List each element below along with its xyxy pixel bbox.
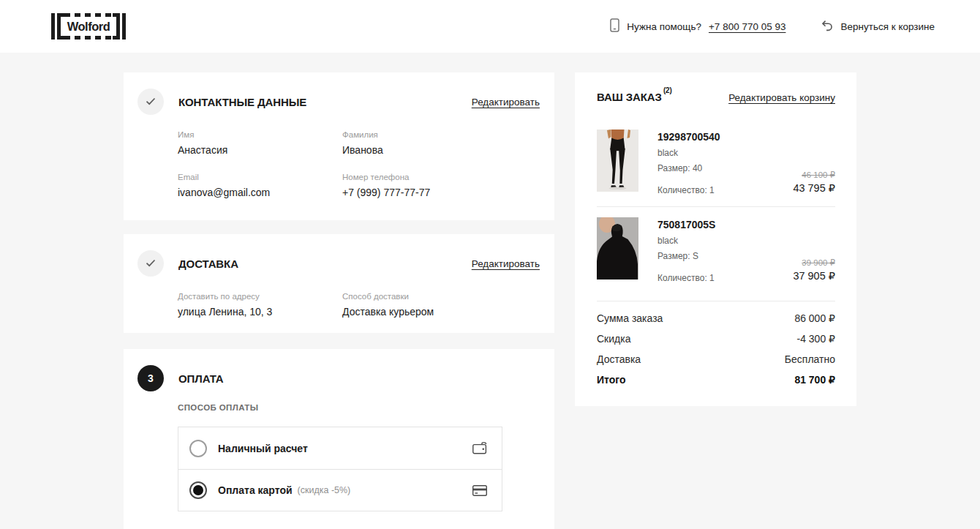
payment-title: ОПЛАТА (178, 372, 224, 385)
contact-fields: Имя Анастасия Фамилия Иванова Email ivan… (178, 130, 540, 198)
field-last-name: Фамилия Иванова (342, 130, 540, 156)
delivery-card-header: ДОСТАВКА Редактировать (137, 250, 540, 277)
back-to-cart-label[interactable]: Вернуться к корзине (840, 21, 935, 32)
field-value: Доставка курьером (342, 306, 540, 318)
order-totals: Сумма заказа 86 000 ₽ Скидка -4 300 ₽ До… (597, 308, 835, 390)
edit-contact-link[interactable]: Редактировать (472, 97, 540, 108)
step-done-circle (137, 250, 164, 277)
logo-bracket-left (57, 13, 64, 40)
logo-dash-top (64, 13, 113, 17)
product-size: Размер: S (657, 251, 715, 261)
field-label: Доставить по адресу (178, 292, 342, 301)
credit-card-icon (472, 485, 487, 496)
field-delivery-method: Способ доставки Доставка курьером (342, 292, 540, 318)
field-value: Анастасия (178, 144, 342, 156)
field-value: ivanova@gmail.com (178, 187, 342, 198)
logo-dash-bottom (64, 36, 113, 40)
product-price: 43 795 ₽ (793, 182, 835, 194)
total-row-discount: Скидка -4 300 ₽ (597, 329, 835, 349)
total-value: 86 000 ₽ (794, 312, 835, 324)
logo-center: Wolford (64, 13, 113, 40)
payment-option-label: Наличный расчет (218, 443, 308, 454)
product-prices: 39 900 ₽ 37 905 ₽ (793, 258, 835, 283)
top-bar: Wolford Нужна помощь? +7 800 770 05 93 В… (0, 0, 980, 53)
undo-icon (821, 20, 833, 34)
total-value: Бесплатно (785, 353, 835, 365)
payment-option-label: Оплата картой (218, 484, 293, 496)
radio-card[interactable] (189, 481, 207, 499)
payment-options: Наличный расчет Оплата картой (скидка -5… (178, 427, 502, 511)
checkout-layout: КОНТАКТНЫЕ ДАННЫЕ Редактировать Имя Анас… (124, 72, 856, 529)
phone-icon (610, 18, 619, 34)
payment-method-label: СПОСОБ ОПЛАТЫ (178, 403, 540, 412)
product-size: Размер: 40 (657, 163, 720, 173)
wolford-logo[interactable]: Wolford (51, 13, 126, 40)
total-label: Итого (597, 374, 625, 386)
product-quantity: Количество: 1 (657, 273, 715, 283)
check-icon (146, 95, 156, 108)
order-summary-header: ВАШ ЗАКАЗ(2) Редактировать корзину (597, 90, 835, 103)
product-old-price: 46 100 ₽ (793, 170, 835, 180)
step-number-badge: 3 (137, 365, 164, 391)
payment-option-note: (скидка -5%) (298, 485, 351, 495)
delivery-card: ДОСТАВКА Редактировать Доставить по адре… (124, 234, 554, 333)
field-label: Email (178, 173, 342, 181)
field-value: +7 (999) 777-77-77 (342, 187, 540, 198)
field-value: улица Ленина, 10, 3 (178, 306, 342, 318)
field-address: Доставить по адресу улица Ленина, 10, 3 (178, 292, 342, 318)
order-title: ВАШ ЗАКАЗ(2) (597, 90, 672, 103)
order-item-row: 750817005S black Размер: S Количество: 1… (597, 217, 835, 283)
product-color: black (657, 148, 720, 158)
product-name: 750817005S (657, 219, 715, 230)
total-label: Доставка (597, 353, 641, 365)
step-done-circle (137, 89, 164, 115)
product-prices: 46 100 ₽ 43 795 ₽ (793, 170, 835, 195)
product-image-leggings (597, 130, 638, 192)
total-row-grand-total: Итого 81 700 ₽ (597, 369, 835, 390)
field-label: Имя (178, 130, 342, 139)
help-block: Нужна помощь? +7 800 770 05 93 (610, 18, 785, 34)
divider (597, 301, 835, 301)
payment-option-cash[interactable]: Наличный расчет (178, 427, 502, 469)
logo-bar-right (122, 13, 126, 40)
header-actions: Нужна помощь? +7 800 770 05 93 Вернуться… (610, 18, 935, 34)
order-summary-column: ВАШ ЗАКАЗ(2) Редактировать корзину (575, 72, 856, 406)
divider (597, 206, 835, 207)
payment-option-card[interactable]: Оплата картой (скидка -5%) (178, 469, 502, 511)
logo-wordmark: Wolford (64, 20, 113, 33)
order-summary-card: ВАШ ЗАКАЗ(2) Редактировать корзину (575, 72, 856, 406)
contact-title: КОНТАКТНЫЕ ДАННЫЕ (178, 96, 306, 108)
check-icon (146, 257, 156, 270)
product-image-turtleneck (597, 217, 638, 279)
field-phone: Номер телефона +7 (999) 777-77-77 (342, 173, 540, 198)
field-email: Email ivanova@gmail.com (178, 173, 342, 198)
help-phone-link[interactable]: +7 800 770 05 93 (709, 21, 785, 32)
product-info: 750817005S black Размер: S Количество: 1 (657, 217, 715, 283)
back-to-cart[interactable]: Вернуться к корзине (821, 20, 935, 34)
total-value: -4 300 ₽ (797, 333, 836, 345)
field-first-name: Имя Анастасия (178, 130, 342, 156)
total-row-shipping: Доставка Бесплатно (597, 349, 835, 369)
total-label: Сумма заказа (597, 312, 663, 324)
product-info: 19298700540 black Размер: 40 Количество:… (657, 130, 720, 195)
help-text: Нужна помощь? (627, 21, 701, 32)
payment-card-header: 3 ОПЛАТА (137, 365, 540, 391)
edit-delivery-link[interactable]: Редактировать (472, 258, 540, 269)
payment-card: 3 ОПЛАТА СПОСОБ ОПЛАТЫ Наличный расчет (124, 349, 554, 529)
edit-cart-link[interactable]: Редактировать корзину (728, 92, 835, 103)
total-row-subtotal: Сумма заказа 86 000 ₽ (597, 308, 835, 329)
radio-cash[interactable] (189, 440, 207, 457)
logo-bar-left (51, 13, 55, 40)
field-label: Номер телефона (342, 173, 540, 181)
delivery-fields: Доставить по адресу улица Ленина, 10, 3 … (178, 292, 540, 318)
field-value: Иванова (342, 144, 540, 156)
contact-data-card: КОНТАКТНЫЕ ДАННЫЕ Редактировать Имя Анас… (124, 72, 554, 220)
checkout-steps-column: КОНТАКТНЫЕ ДАННЫЕ Редактировать Имя Анас… (124, 72, 554, 529)
product-price: 37 905 ₽ (793, 270, 835, 282)
product-old-price: 39 900 ₽ (793, 258, 835, 268)
order-item-row: 19298700540 black Размер: 40 Количество:… (597, 130, 835, 195)
total-label: Скидка (597, 333, 630, 345)
total-value: 81 700 ₽ (794, 374, 835, 386)
logo-bracket-right (113, 13, 120, 40)
product-name: 19298700540 (657, 131, 720, 143)
